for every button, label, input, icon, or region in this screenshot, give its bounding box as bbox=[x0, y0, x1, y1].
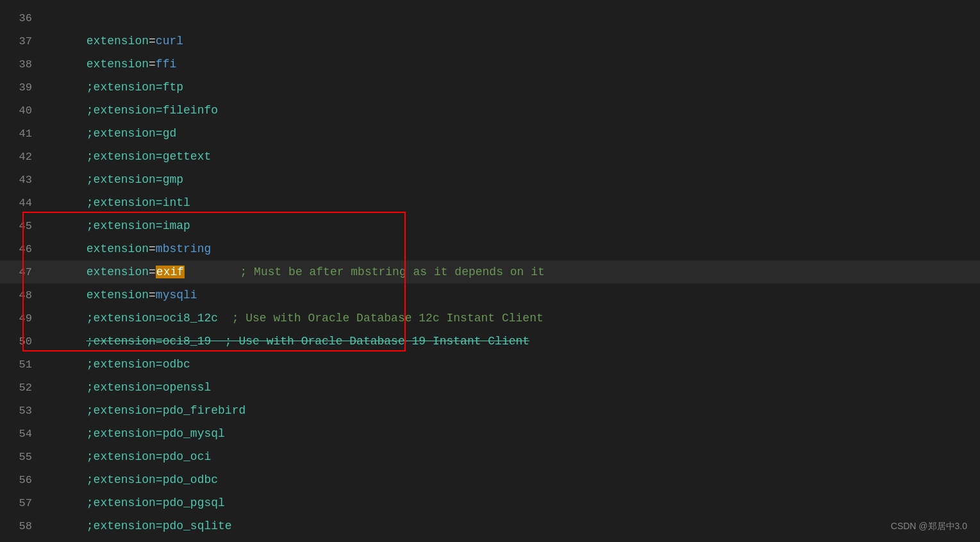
line-num-58: 58 bbox=[6, 520, 32, 532]
line-num-55: 55 bbox=[6, 451, 32, 463]
line-num-39: 39 bbox=[6, 81, 32, 94]
code-editor: 36 37 extension=curl 38 extension=ffi 39… bbox=[0, 0, 980, 542]
line-num-50: 50 bbox=[6, 335, 32, 348]
line-num-47: 47 bbox=[6, 266, 32, 278]
line-num-57: 57 bbox=[6, 497, 32, 509]
line-num-45: 45 bbox=[6, 220, 32, 232]
line-num-36: 36 bbox=[6, 12, 32, 24]
line-num-43: 43 bbox=[6, 174, 32, 186]
line-num-40: 40 bbox=[6, 105, 32, 117]
line-num-51: 51 bbox=[6, 359, 32, 371]
line-num-44: 44 bbox=[6, 197, 32, 209]
line-num-46: 46 bbox=[6, 243, 32, 255]
line-num-42: 42 bbox=[6, 151, 32, 163]
line-num-41: 41 bbox=[6, 128, 32, 140]
line-num-37: 37 bbox=[6, 35, 32, 47]
line-num-52: 52 bbox=[6, 382, 32, 394]
line-num-38: 38 bbox=[6, 58, 32, 71]
line-num-56: 56 bbox=[6, 474, 32, 486]
watermark: CSDN @郑居中3.0 bbox=[891, 521, 967, 532]
code-line-58: 58 ;extension=pdo_sqlite bbox=[0, 514, 980, 538]
line-num-54: 54 bbox=[6, 428, 32, 440]
line-num-53: 53 bbox=[6, 405, 32, 417]
line-num-48: 48 bbox=[6, 289, 32, 301]
line-content-58: ;extension=pdo_sqlite bbox=[45, 507, 232, 542]
line-num-49: 49 bbox=[6, 312, 32, 325]
